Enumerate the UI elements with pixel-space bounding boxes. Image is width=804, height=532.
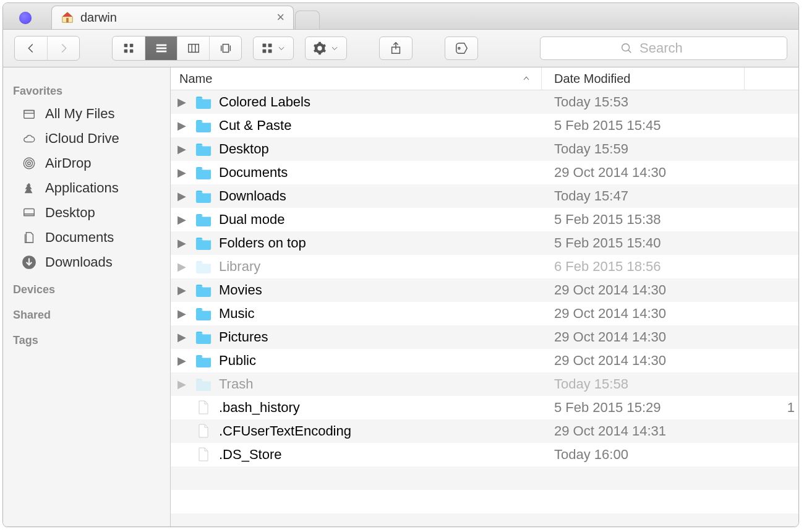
folder-row[interactable]: ▶ Colored LabelsToday 15:53: [171, 90, 798, 114]
tags-button[interactable]: [445, 36, 478, 60]
file-icon: [194, 400, 213, 415]
icon-view-button[interactable]: [113, 36, 145, 60]
file-icon: [194, 424, 213, 439]
icloud-icon: [20, 131, 38, 147]
action-menu-button[interactable]: [305, 36, 347, 60]
disclosure-triangle-icon[interactable]: ▶: [176, 283, 188, 297]
folder-row[interactable]: ▶ Documents29 Oct 2014 14:30: [171, 161, 798, 184]
column-view-button[interactable]: [177, 36, 209, 60]
folder-row[interactable]: ▶ Movies29 Oct 2014 14:30: [171, 278, 798, 302]
folder-row[interactable]: ▶ Pictures29 Oct 2014 14:30: [171, 325, 798, 349]
name-cell: ▶ Cut & Paste: [171, 118, 542, 134]
item-name: .bash_history: [219, 400, 300, 416]
date-cell: 5 Feb 2015 15:29: [542, 400, 745, 416]
disclosure-triangle-icon[interactable]: ▶: [176, 307, 188, 320]
name-cell: .CFUserTextEncoding: [171, 423, 542, 439]
svg-rect-17: [268, 49, 272, 53]
disclosure-triangle-icon[interactable]: ▶: [176, 95, 188, 109]
folder-row[interactable]: ▶ Folders on top5 Feb 2015 15:40: [171, 231, 798, 255]
tab-current[interactable]: darwin ×: [51, 6, 294, 29]
disclosure-triangle-icon[interactable]: ▶: [176, 189, 188, 203]
svg-rect-1: [124, 44, 128, 48]
forward-button[interactable]: [47, 36, 79, 60]
folder-row[interactable]: ▶ Music29 Oct 2014 14:30: [171, 302, 798, 325]
downloads-icon: [20, 254, 38, 270]
item-name: Cut & Paste: [219, 118, 291, 134]
item-name: Documents: [219, 165, 288, 181]
file-rows[interactable]: ▶ Colored LabelsToday 15:53▶ Cut & Paste…: [171, 90, 798, 526]
sidebar-item-icloud[interactable]: iCloud Drive: [3, 126, 170, 151]
disclosure-triangle-icon[interactable]: ▶: [176, 213, 188, 226]
new-tab-button[interactable]: [295, 11, 320, 29]
sidebar-item-applications[interactable]: Applications: [3, 176, 170, 200]
disclosure-triangle-icon[interactable]: ▶: [176, 236, 188, 250]
item-name: Downloads: [219, 188, 286, 204]
folder-row[interactable]: ▶ Library6 Feb 2015 18:56: [171, 255, 798, 278]
name-cell: ▶ Pictures: [171, 329, 542, 345]
window-dot-icon[interactable]: [19, 12, 32, 24]
sidebar: Favorites All My Files iCloud Drive AirD…: [3, 67, 171, 526]
arrange-menu-button[interactable]: [253, 36, 294, 60]
name-cell: ▶ Folders on top: [171, 235, 542, 251]
folder-row[interactable]: ▶ DesktopToday 15:59: [171, 137, 798, 161]
folder-row[interactable]: ▶ DownloadsToday 15:47: [171, 184, 798, 208]
name-cell: ▶ Public: [171, 353, 542, 369]
sidebar-item-all-my-files[interactable]: All My Files: [3, 101, 170, 126]
sidebar-item-desktop[interactable]: Desktop: [3, 200, 170, 225]
svg-rect-23: [24, 111, 35, 114]
sidebar-item-downloads[interactable]: Downloads: [3, 250, 170, 275]
item-name: Music: [219, 306, 254, 322]
window: darwin ×: [2, 2, 799, 527]
sidebar-item-label: Downloads: [45, 254, 113, 270]
name-cell: .DS_Store: [171, 447, 542, 463]
folder-row[interactable]: ▶ Public29 Oct 2014 14:30: [171, 349, 798, 372]
list-view-button[interactable]: [145, 36, 177, 60]
column-header-date[interactable]: Date Modified: [542, 67, 745, 90]
folder-icon: [194, 377, 213, 392]
folder-row[interactable]: ▶ Dual mode5 Feb 2015 15:38: [171, 208, 798, 231]
sidebar-item-documents[interactable]: Documents: [3, 225, 170, 250]
sidebar-item-airdrop[interactable]: AirDrop: [3, 151, 170, 176]
folder-row[interactable]: ▶ Cut & Paste5 Feb 2015 15:45: [171, 114, 798, 137]
airdrop-icon: [20, 155, 38, 171]
folder-row[interactable]: ▶ TrashToday 15:58: [171, 372, 798, 396]
file-row[interactable]: .CFUserTextEncoding29 Oct 2014 14:31: [171, 419, 798, 443]
disclosure-triangle-icon[interactable]: ▶: [176, 166, 188, 179]
share-button[interactable]: [379, 36, 413, 60]
date-cell: 29 Oct 2014 14:30: [542, 329, 745, 345]
sidebar-heading-tags: Tags: [3, 325, 170, 351]
tab-close-button[interactable]: ×: [276, 11, 284, 24]
search-input[interactable]: [639, 40, 708, 56]
svg-point-25: [26, 160, 33, 167]
sidebar-item-label: AirDrop: [45, 155, 92, 171]
search-field[interactable]: [540, 36, 787, 60]
disclosure-triangle-icon[interactable]: ▶: [176, 377, 188, 391]
disclosure-triangle-icon[interactable]: ▶: [176, 142, 188, 156]
file-row[interactable]: .DS_StoreToday 16:00: [171, 443, 798, 466]
sidebar-heading-shared: Shared: [3, 300, 170, 325]
column-header-extra[interactable]: [745, 67, 798, 90]
folder-icon: [194, 283, 213, 298]
back-button[interactable]: [15, 36, 47, 60]
column-header-name[interactable]: Name: [171, 67, 542, 90]
name-cell: ▶ Colored Labels: [171, 94, 542, 110]
tab-title: darwin: [80, 11, 270, 25]
extra-cell: 1: [745, 400, 798, 416]
svg-rect-22: [24, 111, 35, 119]
file-listing: Name Date Modified ▶ Colored LabelsToday…: [171, 67, 798, 526]
disclosure-triangle-icon[interactable]: ▶: [176, 119, 188, 132]
date-cell: Today 15:58: [542, 376, 745, 392]
sidebar-heading-devices: Devices: [3, 275, 170, 300]
disclosure-triangle-icon[interactable]: ▶: [176, 260, 188, 273]
svg-rect-3: [124, 49, 128, 53]
coverflow-view-button[interactable]: [209, 36, 241, 60]
date-cell: Today 15:59: [542, 141, 745, 157]
disclosure-triangle-icon[interactable]: ▶: [176, 330, 188, 344]
sidebar-item-label: All My Files: [45, 106, 114, 122]
sidebar-item-label: iCloud Drive: [45, 131, 119, 147]
file-row[interactable]: .bash_history5 Feb 2015 15:291: [171, 396, 798, 419]
disclosure-triangle-icon[interactable]: ▶: [176, 354, 188, 367]
item-name: Library: [219, 259, 260, 275]
folder-icon: [194, 95, 213, 109]
column-label: Name: [179, 72, 212, 86]
